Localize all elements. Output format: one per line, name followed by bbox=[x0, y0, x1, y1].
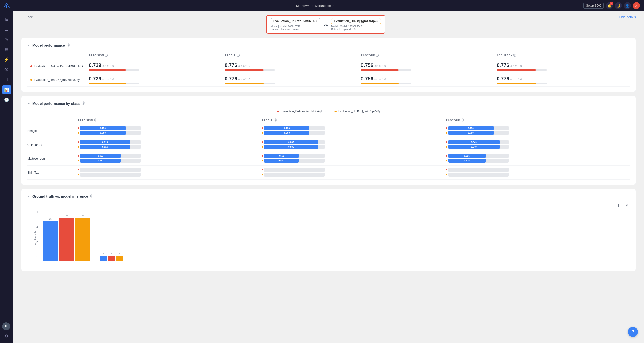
precision-cell-1: 0.739 out of 1.0 bbox=[86, 73, 222, 87]
eval1-name-badge[interactable]: Evaluation_DnArYoDvnSMD9A bbox=[271, 18, 320, 24]
class-collapse-toggle[interactable]: ▼ bbox=[27, 102, 30, 105]
bar-track-eval1: 0.750 bbox=[80, 126, 141, 130]
precision-info-icon[interactable]: ⓘ bbox=[105, 54, 108, 57]
eval-dot-1 bbox=[30, 79, 32, 81]
gt-collapse-toggle[interactable]: ▼ bbox=[27, 195, 30, 198]
sidebar-item-history[interactable]: 🕐 bbox=[2, 95, 11, 104]
perf-row-1: Evaluation_HraBqQgmXz6fpv5t3y 0.739 out … bbox=[27, 73, 630, 87]
class-precision-info[interactable]: ⓘ bbox=[94, 118, 97, 122]
user-avatar[interactable]: A bbox=[633, 2, 640, 9]
bar-row-eval1: 0.750 bbox=[446, 126, 626, 130]
bar-dot-eval2 bbox=[262, 160, 263, 161]
y-label-10: 10 bbox=[36, 256, 39, 258]
expand-chart-button[interactable]: ⤢ bbox=[624, 202, 630, 209]
collapse-toggle[interactable]: ▼ bbox=[27, 44, 30, 47]
bar-row-eval2 bbox=[78, 173, 258, 177]
f1-info-icon[interactable]: ⓘ bbox=[376, 54, 379, 57]
bar-row-eval1: 0.750 bbox=[262, 126, 441, 130]
back-link[interactable]: ← Back bbox=[21, 15, 33, 19]
page-header: ← Back Evaluation_DnArYoDvnSMD9A Model |… bbox=[21, 15, 636, 34]
bar-dot-eval1 bbox=[78, 127, 79, 129]
small-bar-3-label: 4 bbox=[119, 253, 120, 255]
bar-dot-eval2 bbox=[262, 132, 263, 134]
sidebar-settings[interactable]: ⚙ bbox=[2, 331, 11, 340]
small-bar-1 bbox=[100, 256, 107, 261]
sidebar-item-list[interactable]: ▤ bbox=[2, 45, 11, 54]
bar-row-eval1 bbox=[262, 168, 441, 172]
bar-dot-eval2 bbox=[78, 146, 79, 148]
class-name-2: Maltese_dog bbox=[27, 157, 78, 160]
user-button[interactable]: 👤 bbox=[624, 2, 631, 9]
bar-dot-eval1 bbox=[262, 127, 263, 129]
chart-bars: 35 38 38 bbox=[43, 216, 90, 261]
class-f1-info[interactable]: ⓘ bbox=[461, 118, 464, 122]
bar-dot-eval2 bbox=[446, 160, 447, 161]
help-button[interactable]: ? bbox=[628, 327, 638, 337]
bar-dot-eval1 bbox=[446, 127, 447, 129]
sidebar-item-code[interactable]: </> bbox=[2, 65, 11, 74]
class-performance-title: ▼ Model performance by class ⓘ bbox=[27, 101, 630, 106]
bar-row-eval1: 0.667 bbox=[78, 154, 258, 158]
notification-badge: 1 bbox=[610, 2, 613, 5]
bar-row-eval2: 0.750 bbox=[78, 131, 258, 135]
setup-sdk-button[interactable]: Setup SDK bbox=[583, 3, 604, 9]
download-chart-button[interactable]: ⬇ bbox=[616, 202, 622, 209]
workspace-title: MarkovML's Workspace bbox=[296, 4, 331, 8]
external-link-icon[interactable]: ↗ bbox=[332, 4, 335, 7]
bar-fill-eval2: 0.667 bbox=[80, 159, 121, 163]
class-col-precision: PRECISION ⓘ bbox=[78, 118, 262, 122]
class-name-3: Shih-Tzu bbox=[27, 171, 78, 174]
col-f1: F1-SCORE ⓘ bbox=[358, 51, 494, 60]
bar-row-eval2: 0.750 bbox=[262, 131, 441, 135]
info-icon[interactable]: ⓘ bbox=[67, 43, 70, 47]
eval2-name-badge[interactable]: Evaluation_HraBqQgmXz6fpv5 bbox=[331, 18, 381, 24]
chart-toolbar: ⬇ ⤢ bbox=[27, 202, 630, 209]
eval2-badge: Evaluation_HraBqQgmXz6fpv5 Model | Model… bbox=[331, 18, 381, 31]
topbar: MarkovML's Workspace ↗ Setup SDK 🔔 1 🌙 👤… bbox=[13, 0, 644, 11]
notification-button[interactable]: 🔔 1 bbox=[606, 2, 613, 9]
recall-info-icon[interactable]: ⓘ bbox=[237, 54, 240, 57]
bar-dot-eval2 bbox=[446, 132, 447, 134]
class-recall-info[interactable]: ⓘ bbox=[274, 118, 277, 122]
bar-track-eval2: 0.750 bbox=[80, 131, 141, 135]
main-wrapper: MarkovML's Workspace ↗ Setup SDK 🔔 1 🌙 👤… bbox=[13, 0, 644, 343]
bar-1-group: 35 bbox=[43, 221, 58, 261]
eval-dot-0 bbox=[30, 65, 32, 67]
bar-dot-eval1 bbox=[446, 141, 447, 143]
class-name-0: Beagle bbox=[27, 129, 78, 133]
bar-row-eval2 bbox=[262, 173, 441, 177]
bar-fill-eval1: 0.615 bbox=[448, 154, 486, 158]
eval-name-cell-1: Evaluation_HraBqQgmXz6fpv5t3y bbox=[30, 78, 83, 82]
eval1-badge: Evaluation_DnArYoDvnSMD9A Model | Model_… bbox=[271, 18, 320, 31]
sidebar-item-grid[interactable]: ⊞ bbox=[2, 15, 11, 24]
sidebar-item-connect[interactable]: ⚡ bbox=[2, 55, 11, 64]
legend-dot-eval2 bbox=[334, 111, 337, 112]
precision-cell-0: 0.739 out of 1.0 bbox=[86, 60, 222, 73]
class-legend: Evaluation_DnArYoDvnSMD9AqfHD... Evaluat… bbox=[27, 110, 630, 113]
sidebar-item-edit[interactable]: ✎ bbox=[2, 35, 11, 44]
theme-toggle-button[interactable]: 🌙 bbox=[615, 2, 622, 9]
bar-fill-eval2: 0.849 bbox=[448, 145, 500, 149]
small-chart-bars: 4 4 4 bbox=[100, 216, 123, 261]
class-row-0: Beagle 0.750 0.750 bbox=[27, 124, 630, 138]
perf-row-0: Evaluation_DnArYoDvnSMD9AqfHD 0.739 out … bbox=[27, 60, 630, 73]
class-info-icon[interactable]: ⓘ bbox=[82, 101, 85, 106]
sidebar-user-avatar[interactable]: U bbox=[2, 322, 10, 330]
f1-cell-1: 0.756 out of 1.0 bbox=[358, 73, 494, 87]
bar-fill-eval2: 0.885 bbox=[264, 145, 318, 149]
bar-3-label: 38 bbox=[81, 214, 84, 217]
gt-info-icon[interactable]: ⓘ bbox=[90, 194, 93, 198]
bar-fill-eval2: 0.750 bbox=[448, 131, 494, 135]
sidebar-item-apps[interactable]: ⠿ bbox=[2, 75, 11, 84]
y-label-20: 20 bbox=[36, 241, 39, 243]
sidebar-item-menu[interactable]: ☰ bbox=[2, 25, 11, 34]
accuracy-info-icon[interactable]: ⓘ bbox=[513, 54, 516, 57]
sidebar-item-analytics[interactable]: 📊 bbox=[2, 85, 11, 94]
bar-track-eval2: 0.885 bbox=[264, 145, 325, 149]
bar-row-eval2: 0.816 bbox=[78, 145, 258, 149]
bar-dot-eval1 bbox=[78, 141, 79, 143]
ground-truth-section: ▼ Ground truth vs. model inference ⓘ ⬇ ⤢… bbox=[21, 189, 636, 271]
app-logo[interactable] bbox=[3, 2, 11, 10]
back-arrow-icon: ← bbox=[21, 15, 24, 19]
hide-details-link[interactable]: Hide details bbox=[619, 15, 636, 19]
